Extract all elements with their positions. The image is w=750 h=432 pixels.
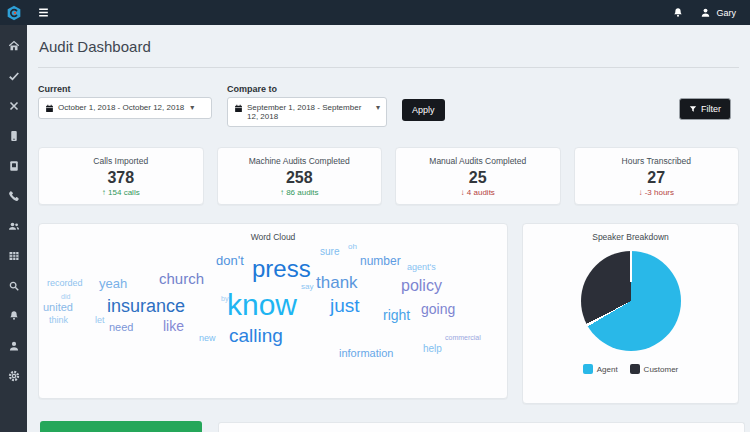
stats-row: Calls Imported378↑ 154 callsMachine Audi… (38, 147, 739, 205)
mobile-icon (8, 130, 20, 142)
legend-swatch (583, 364, 593, 374)
pie-legend: AgentCustomer (523, 364, 738, 374)
word-cloud-word: policy (401, 278, 442, 294)
search-icon (8, 280, 20, 292)
sidebar-item-table[interactable] (0, 241, 27, 271)
word-cloud-word: going (421, 302, 455, 316)
stat-title: Calls Imported (43, 156, 199, 166)
legend-item-agent: Agent (583, 364, 618, 374)
stat-title: Manual Audits Completed (400, 156, 556, 166)
word-cloud-word: calling (229, 326, 283, 345)
word-cloud-word: insurance (107, 297, 185, 315)
compare-date-range-value: September 1, 2018 - September 12, 2018 (247, 103, 370, 121)
caret-down-icon: ▾ (190, 103, 194, 112)
stat-delta: ↓ 4 audits (400, 188, 556, 197)
word-cloud-word: let (95, 316, 105, 325)
sidebar-item-mobile[interactable] (0, 121, 27, 151)
stat-title: Hours Transcribed (579, 156, 735, 166)
word-cloud-word: think (49, 316, 68, 325)
sidebar-item-users[interactable] (0, 211, 27, 241)
legend-label: Agent (597, 365, 618, 374)
sidebar-item-home[interactable] (0, 31, 27, 61)
word-cloud-word: don't (216, 254, 244, 267)
stat-delta-text: 154 calls (108, 188, 140, 197)
compare-range-label: Compare to (227, 84, 387, 94)
stat-delta: ↓ -3 hours (579, 188, 735, 197)
word-cloud-word: say (301, 283, 313, 291)
stat-value: 25 (400, 169, 556, 187)
word-cloud-word: oh (348, 243, 357, 251)
caret-down-icon: ▾ (376, 103, 380, 112)
stat-value: 258 (222, 169, 378, 187)
main-content: Audit Dashboard Current October 1, 2018 … (27, 25, 750, 432)
sidebar-item-gear[interactable] (0, 361, 27, 391)
stat-card: Manual Audits Completed25↓ 4 audits (395, 147, 561, 205)
bell-icon (8, 310, 20, 322)
word-cloud-word: sure (320, 247, 339, 257)
top-bar: Gary (0, 0, 750, 25)
sidebar-item-close[interactable] (0, 91, 27, 121)
current-range-label: Current (38, 84, 212, 94)
filter-button-label: Filter (701, 104, 721, 114)
main-row: Word Cloud recordeddidyeahchurchdon'tpre… (38, 223, 739, 404)
stat-delta: ↑ 154 calls (43, 188, 199, 197)
sidebar-item-tablet[interactable] (0, 151, 27, 181)
apply-button[interactable]: Apply (402, 99, 445, 121)
table-icon (8, 250, 20, 262)
sidebar-item-search[interactable] (0, 271, 27, 301)
current-date-range-input[interactable]: October 1, 2018 - October 12, 2018 ▾ (38, 97, 212, 119)
page-header: Audit Dashboard (38, 25, 739, 68)
hamburger-icon[interactable] (37, 6, 50, 19)
current-date-range-value: October 1, 2018 - October 12, 2018 (58, 103, 184, 112)
word-cloud-word: press (252, 257, 311, 281)
legend-item-customer: Customer (630, 364, 679, 374)
users-icon (8, 220, 20, 232)
user-icon (8, 340, 20, 352)
bell-icon[interactable] (672, 7, 684, 19)
arrow-down-icon: ↓ (638, 188, 642, 197)
page-title: Audit Dashboard (39, 38, 738, 55)
sidebar-item-phone[interactable] (0, 181, 27, 211)
speaker-breakdown-title: Speaker Breakdown (523, 224, 738, 242)
sidebar-item-user[interactable] (0, 331, 27, 361)
filter-button[interactable]: Filter (679, 98, 731, 120)
bottom-green-button[interactable] (40, 421, 202, 432)
arrow-up-icon: ↑ (102, 188, 106, 197)
word-cloud-word: united (43, 302, 73, 313)
word-cloud-title: Word Cloud (39, 224, 507, 242)
word-cloud-word: need (109, 322, 133, 333)
sidebar (0, 25, 27, 432)
arrow-up-icon: ↑ (280, 188, 284, 197)
logo-hexagon-icon (6, 5, 22, 21)
stat-delta-text: 4 audits (467, 188, 495, 197)
close-icon (8, 100, 20, 112)
word-cloud-word: help (423, 344, 442, 354)
word-cloud-word: right (383, 308, 410, 322)
speaker-pie-chart (581, 251, 681, 351)
word-cloud-word: like (163, 319, 184, 333)
stat-delta: ↑ 86 audits (222, 188, 378, 197)
compare-date-range-input[interactable]: September 1, 2018 - September 12, 2018 ▾ (227, 97, 387, 127)
word-cloud-word: just (330, 296, 360, 315)
word-cloud-word: information (339, 348, 393, 359)
word-cloud-word: did (61, 293, 70, 300)
word-cloud-word: new (199, 334, 216, 343)
sidebar-item-check[interactable] (0, 61, 27, 91)
word-cloud-word: recorded (47, 279, 83, 288)
legend-swatch (630, 364, 640, 374)
speaker-breakdown-panel: Speaker Breakdown AgentCustomer (522, 223, 739, 404)
home-icon (8, 40, 20, 52)
calendar-icon (234, 104, 243, 113)
compare-range-group: Compare to September 1, 2018 - September… (227, 84, 387, 127)
bottom-panel-partial (218, 422, 745, 432)
word-cloud-panel: Word Cloud recordeddidyeahchurchdon'tpre… (38, 223, 508, 399)
word-cloud-word: yeah (99, 277, 127, 290)
sidebar-item-bell[interactable] (0, 301, 27, 331)
stat-card: Hours Transcribed27↓ -3 hours (574, 147, 740, 205)
check-icon (8, 70, 20, 82)
app-logo (0, 0, 27, 25)
user-menu[interactable]: Gary (700, 7, 736, 18)
filter-row: Current October 1, 2018 - October 12, 20… (38, 84, 739, 127)
topbar-right: Gary (672, 7, 750, 19)
stat-value: 378 (43, 169, 199, 187)
